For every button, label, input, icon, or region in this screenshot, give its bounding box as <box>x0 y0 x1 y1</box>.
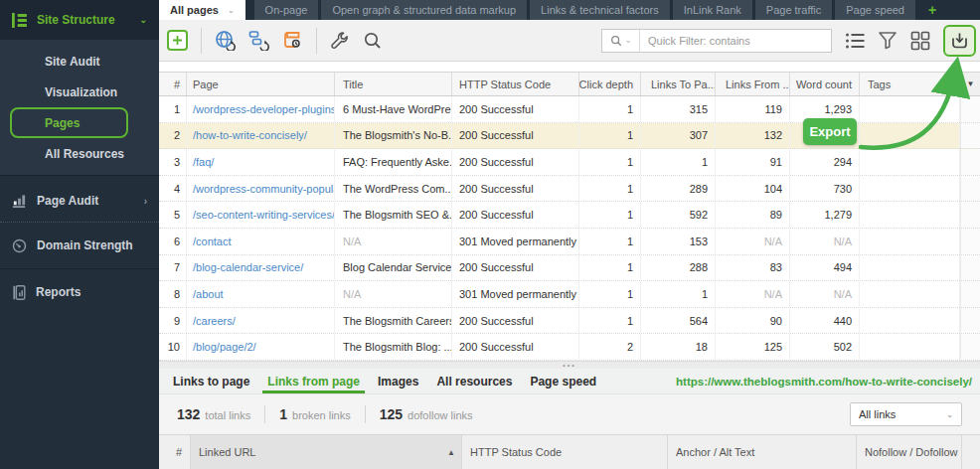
bottom-tab-all-resources[interactable]: All resources <box>427 369 521 393</box>
page-link[interactable]: /careers/ <box>187 308 335 334</box>
row-number: 4 <box>159 176 187 202</box>
current-page-url-link[interactable]: https://www.theblogsmith.com/how-to-writ… <box>676 376 980 388</box>
column-menu-icon[interactable]: ▼ <box>960 73 980 95</box>
parameters-list-icon[interactable] <box>845 32 865 50</box>
tab-page-speed[interactable]: Page speed <box>835 0 915 20</box>
links-to-page: 18 <box>641 334 716 360</box>
settings-wrench-icon[interactable] <box>330 31 350 51</box>
table-row[interactable]: 10/blog/page/2/The Blogsmith Blog: ...20… <box>159 334 980 361</box>
column-header-links-to[interactable]: Links To Pa... <box>641 73 716 95</box>
restructure-icon[interactable] <box>248 30 269 51</box>
links-to-page: 592 <box>641 202 716 228</box>
column-header-click-depth[interactable]: Click depth <box>579 73 641 95</box>
column-header-http-status[interactable]: HTTP Status Code <box>462 435 668 469</box>
bottom-tabs-holder: Links to pageLinks from pageImagesAll re… <box>164 369 605 393</box>
bottom-tab-links-from-page[interactable]: Links from page <box>258 369 369 393</box>
sidebar-item-site-audit[interactable]: Site Audit <box>0 46 159 77</box>
links-to-page: 315 <box>641 96 716 122</box>
column-header-anchor-alt[interactable]: Anchor / Alt Text <box>668 435 857 469</box>
page-link[interactable]: /wordpress-developer-plugins/ <box>187 96 335 122</box>
tab-links-technical-factors[interactable]: Links & technical factors <box>530 0 670 20</box>
dashboard-grid-icon[interactable] <box>910 31 930 51</box>
panel-splitter[interactable]: ••• <box>159 361 980 369</box>
word-count: N/A <box>790 281 860 307</box>
page-link[interactable]: /blog/page/2/ <box>187 334 335 360</box>
sidebar-item-page-audit[interactable]: Page Audit › <box>0 186 159 216</box>
column-header-num[interactable]: # <box>159 435 191 469</box>
bottom-panel-tabs: Links to pageLinks from pageImagesAll re… <box>159 369 980 394</box>
table-row[interactable]: 8/aboutN/A301 Moved permanently11N/AN/A <box>159 281 980 308</box>
sidebar-item-domain-strength[interactable]: Domain Strength <box>0 231 159 260</box>
tab-open-graph-structured-data-markup[interactable]: Open graph & structured data markup <box>321 0 527 20</box>
page-link[interactable]: /wordpress-community-popular-w <box>187 176 335 202</box>
sidebar-item-reports[interactable]: Reports <box>0 277 159 307</box>
sidebar-item-pages[interactable]: Pages <box>10 107 128 138</box>
click-depth: 1 <box>579 202 641 228</box>
scheduled-crawl-icon[interactable] <box>282 30 303 51</box>
column-header-nofollow[interactable]: Nofollow / Dofollow <box>857 435 962 469</box>
column-header-links-from[interactable]: Links From ... <box>716 73 790 95</box>
sidebar-item-all-resources[interactable]: All Resources <box>0 138 159 169</box>
tags-cell <box>860 308 960 334</box>
column-header-tags[interactable]: Tags <box>860 73 960 95</box>
table-row[interactable]: 5/seo-content-writing-services/The Blogs… <box>159 202 980 229</box>
page-link[interactable]: /seo-content-writing-services/ <box>187 202 335 228</box>
links-to-page: 289 <box>641 176 716 202</box>
tab-all-pages[interactable]: All pages⌄ <box>159 0 245 20</box>
table-row[interactable]: 9/careers/The Blogsmith Careers200 Succe… <box>159 308 980 335</box>
table-row[interactable]: 1/wordpress-developer-plugins/6 Must-Hav… <box>159 96 980 123</box>
sidebar-item-visualization[interactable]: Visualization <box>0 77 159 107</box>
column-header-num[interactable]: # <box>159 73 187 95</box>
links-filter-dropdown[interactable]: All links ⌄ <box>850 402 962 426</box>
links-to-page: 1 <box>641 149 716 175</box>
table-row[interactable]: 2/how-to-write-concisely/The Blogsmith's… <box>159 123 980 150</box>
column-header-status[interactable]: HTTP Status Code <box>452 73 579 95</box>
quick-filter-input[interactable] <box>640 30 831 52</box>
page-link[interactable]: /blog-calendar-service/ <box>187 255 335 281</box>
export-callout-button[interactable]: Export <box>803 118 857 145</box>
export-button-highlighted[interactable] <box>943 25 976 57</box>
bottom-tab-links-to-page[interactable]: Links to page <box>164 369 258 393</box>
tags-cell <box>860 123 960 149</box>
word-count: 440 <box>790 308 860 334</box>
page-link[interactable]: /contact <box>187 229 335 254</box>
column-header-page[interactable]: Page <box>187 73 335 95</box>
bottom-tab-page-speed[interactable]: Page speed <box>521 369 605 393</box>
bottom-tab-images[interactable]: Images <box>369 369 427 393</box>
tab-page-traffic[interactable]: Page traffic <box>755 0 832 20</box>
table-row[interactable]: 4/wordpress-community-popular-wThe WordP… <box>159 176 980 203</box>
links-from-page: 83 <box>716 255 790 281</box>
sidebar-item-label: Visualization <box>45 85 117 99</box>
column-header-word-count[interactable]: Word count <box>790 73 860 95</box>
status-code: 200 Successful <box>452 176 579 202</box>
quick-filter-mode-button[interactable]: ⌄ <box>602 30 640 52</box>
tags-cell <box>860 149 960 175</box>
column-header-linked-url[interactable]: Linked URL ▲ <box>191 435 462 469</box>
filter-funnel-icon[interactable] <box>878 31 898 50</box>
tags-cell <box>860 334 960 360</box>
row-edge <box>960 255 980 281</box>
tab-on-page[interactable]: On-page <box>254 0 319 20</box>
page-link[interactable]: /faq/ <box>187 149 335 175</box>
sidebar-item-label: Reports <box>36 285 81 299</box>
column-header-title[interactable]: Title <box>335 73 452 95</box>
stats-holder: 132total links1broken links125dofollow l… <box>177 405 473 423</box>
links-from-page: 89 <box>716 202 790 228</box>
sidebar-divider <box>0 268 159 269</box>
page-link[interactable]: /how-to-write-concisely/ <box>187 123 335 149</box>
add-tab-button[interactable]: + <box>918 0 946 20</box>
table-row[interactable]: 7/blog-calendar-service/Blog Calendar Se… <box>159 255 980 282</box>
status-code: 200 Successful <box>452 308 579 334</box>
stat-label: total links <box>205 409 250 421</box>
search-icon[interactable] <box>363 31 383 51</box>
tab-inlink-rank[interactable]: InLink Rank <box>673 0 752 20</box>
table-row[interactable]: 3/faq/FAQ: Frequently Aske...200 Success… <box>159 149 980 176</box>
recrawl-site-icon[interactable] <box>215 30 236 51</box>
word-count: 294 <box>790 149 860 175</box>
table-row[interactable]: 6/contactN/A301 Moved permanently1153N/A… <box>159 229 980 255</box>
links-from-page: 125 <box>716 334 790 360</box>
add-url-button[interactable] <box>167 30 188 51</box>
tabs-holder: All pages⌄On-pageOpen graph & structured… <box>159 0 918 20</box>
page-link[interactable]: /about <box>187 281 335 307</box>
sidebar-item-site-structure[interactable]: Site Structure ⌄ <box>0 0 159 40</box>
